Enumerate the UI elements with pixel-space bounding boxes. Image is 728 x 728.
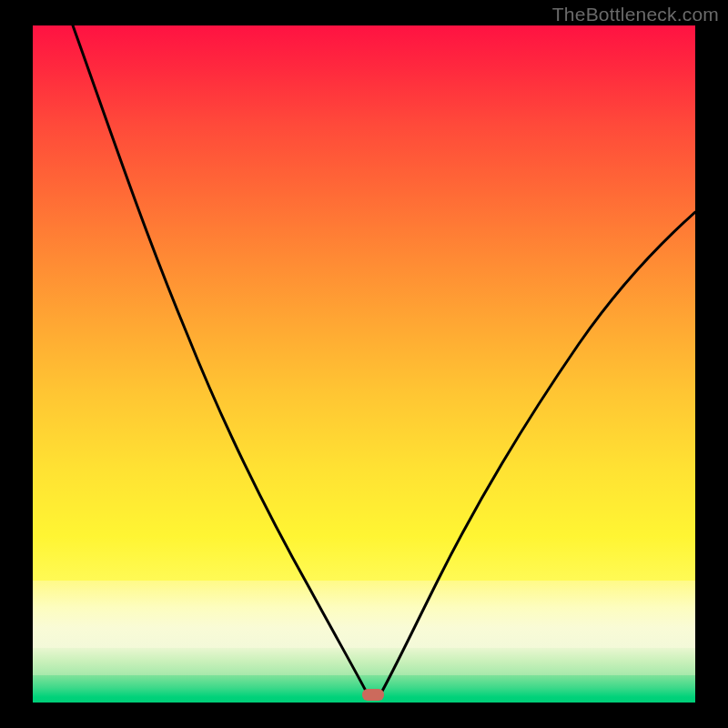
watermark-text: TheBottleneck.com <box>552 4 719 25</box>
chart-frame: TheBottleneck.com <box>0 0 728 728</box>
optimal-marker <box>362 689 384 701</box>
plot-area <box>33 25 695 703</box>
curve-right-branch <box>380 212 695 694</box>
curve-left-branch <box>73 25 368 694</box>
bottleneck-curve <box>33 25 695 703</box>
